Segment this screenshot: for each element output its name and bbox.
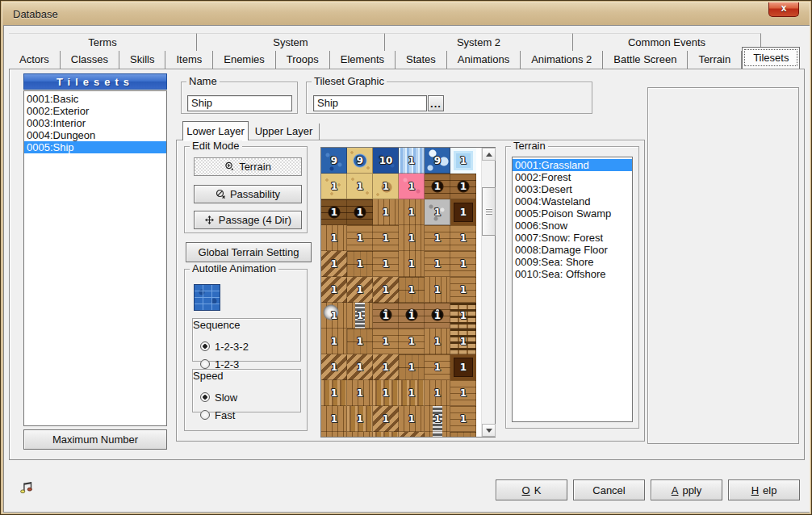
tile-knotdark[interactable]: 1 [347, 199, 373, 225]
tile-plankh[interactable]: 1 [373, 329, 399, 354]
tab-elements[interactable]: Elements [330, 51, 396, 69]
tile-stairs[interactable]: 1 [347, 277, 373, 303]
tab-tilesets[interactable]: Tilesets [742, 47, 800, 69]
tile-column[interactable]: 1 [399, 380, 425, 406]
tile-plankh[interactable]: 1 [450, 251, 476, 277]
group-tab-terms[interactable]: Terms [9, 33, 197, 51]
preview-scrollbar[interactable] [481, 148, 495, 437]
tile-pink[interactable]: 1 [399, 174, 425, 199]
terrain-list-item[interactable]: 0007:Snow: Forest [513, 232, 632, 244]
tile-plankv[interactable]: 1 [425, 329, 450, 354]
tab-items[interactable]: Items [165, 51, 213, 69]
tile-rope[interactable]: 1 [425, 432, 450, 437]
tile-column[interactable]: 1 [347, 406, 373, 432]
tile-plankv[interactable]: 1 [347, 432, 373, 437]
titlebar[interactable]: Database [2, 2, 810, 25]
cancel-button[interactable]: Cancel [573, 479, 645, 500]
terrain-list-item[interactable]: 0008:Damage Floor [513, 244, 632, 256]
tile-plankv[interactable]: 1 [321, 432, 347, 437]
tile-plankh[interactable]: 1 [373, 225, 399, 251]
radio-sequence-1232[interactable]: 1-2-3-2 [193, 338, 300, 354]
scrollbar-thumb[interactable] [482, 187, 496, 236]
tile-deck[interactable]: 1 [450, 432, 476, 437]
tile-stairs[interactable]: 1 [321, 354, 347, 380]
terrain-list-item[interactable]: 0002:Forest [513, 171, 632, 183]
tab-terrain[interactable]: Terrain [688, 51, 742, 69]
tile-plankh[interactable]: 1 [373, 251, 399, 277]
tile-plankh[interactable]: 1 [347, 225, 373, 251]
radio-speed-fast[interactable]: Fast [193, 407, 300, 423]
tile-stairs[interactable]: 1 [373, 277, 399, 303]
terrain-list-item[interactable]: 0004:Wasteland [513, 195, 632, 207]
tile-plankv[interactable]: 1 [347, 380, 373, 406]
tile-porthole[interactable]: 1 [399, 303, 425, 329]
tab-enemies[interactable]: Enemies [213, 51, 276, 69]
tab-animations-2[interactable]: Animations 2 [521, 51, 603, 69]
tile-deepwater[interactable]: 10 [373, 148, 399, 174]
tile-door[interactable]: 1 [450, 199, 476, 225]
tile-plankv[interactable]: 1 [425, 380, 450, 406]
tile-plankh[interactable]: 1 [450, 277, 476, 303]
terrain-list-item[interactable]: 0006:Snow [513, 220, 632, 232]
tile-plankh[interactable]: 1 [399, 329, 425, 354]
tile-knot[interactable]: 1 [425, 174, 450, 199]
tile-stairs[interactable]: 1 [321, 251, 347, 277]
tile-knot[interactable]: 1 [450, 174, 476, 199]
tab-troops[interactable]: Troops [276, 51, 330, 69]
passage-4dir-mode-button[interactable]: Passage (4 Dir) [194, 211, 302, 229]
tile-ladder[interactable]: 1 [450, 329, 476, 354]
tile-column[interactable]: 1 [321, 380, 347, 406]
tile-plankh[interactable]: 1 [450, 225, 476, 251]
tile-plankv[interactable]: 1 [399, 199, 425, 225]
tile-sprout[interactable]: 1 [347, 174, 373, 199]
tile-rope[interactable]: 1 [347, 303, 373, 329]
terrain-mode-button[interactable]: Terrain [194, 157, 302, 176]
tile-deck[interactable]: 1 [399, 277, 425, 303]
close-button[interactable]: x [768, 2, 799, 17]
tab-actors[interactable]: Actors [9, 51, 61, 69]
tile-stairs[interactable]: 1 [347, 354, 373, 380]
tile-ice[interactable]: 1 [450, 148, 476, 174]
tile-deck[interactable]: 1 [399, 354, 425, 380]
tile-plankv[interactable]: 1 [425, 277, 450, 303]
maximum-number-button[interactable]: Maximum Number [23, 429, 167, 450]
tile-foam[interactable]: 9 [425, 148, 450, 174]
tileset-list-item[interactable]: 0004:Dungeon [24, 129, 166, 141]
tab-animations[interactable]: Animations [447, 51, 521, 69]
tab-upper-layer[interactable]: Upper Layer [249, 124, 320, 140]
name-input[interactable]: Ship [187, 95, 292, 111]
terrain-listbox[interactable]: 0001:Grassland0002:Forest0003:Desert0004… [512, 157, 633, 422]
tile-ladder[interactable]: 1 [450, 303, 476, 329]
tab-skills[interactable]: Skills [119, 51, 165, 69]
tile-water[interactable]: 9 [321, 148, 347, 174]
tilesets-listbox[interactable]: 0001:Basic0002:Exterior0003:Interior0004… [23, 90, 167, 426]
terrain-list-item[interactable]: 0005:Poison Swamp [513, 207, 632, 220]
global-terrain-setting-button[interactable]: Global Terrain Setting [186, 242, 312, 262]
group-tab-system-2[interactable]: System 2 [385, 33, 573, 51]
browse-button[interactable]: ... [428, 95, 444, 111]
tile-deck[interactable]: 1 [347, 329, 373, 354]
tile-stairs[interactable]: 1 [373, 406, 399, 432]
scroll-up-button[interactable] [482, 148, 496, 161]
tab-states[interactable]: States [396, 51, 447, 69]
tile-plankv[interactable]: 1 [399, 225, 425, 251]
tile-sandwater[interactable]: 9 [347, 148, 373, 174]
tab-lower-layer[interactable]: Lower Layer [182, 121, 249, 140]
tile-plankv[interactable]: 1 [373, 199, 399, 225]
tile-stairs[interactable]: 1 [373, 354, 399, 380]
tile-plankh[interactable]: 1 [450, 406, 476, 432]
tileset-list-item[interactable]: 0003:Interior [24, 117, 166, 129]
passability-mode-button[interactable]: Passability [194, 185, 302, 203]
tile-sandpatch[interactable]: 1 [373, 174, 399, 199]
scroll-down-button[interactable] [482, 424, 496, 437]
tile-deck[interactable]: 1 [347, 251, 373, 277]
tileset-list-item[interactable]: 0005:Ship [24, 141, 166, 153]
tile-plankv[interactable]: 1 [399, 251, 425, 277]
tile-door[interactable]: 1 [450, 354, 476, 380]
tileset-graphic-input[interactable]: Ship [313, 95, 427, 111]
ok-button[interactable]: OK [496, 479, 567, 500]
terrain-list-item[interactable]: 0010:Sea: Offshore [513, 268, 632, 280]
tile-plankh[interactable]: 1 [425, 354, 450, 380]
tileset-list-item[interactable]: 0001:Basic [24, 93, 166, 105]
tile-stairs[interactable]: 1 [399, 432, 425, 437]
